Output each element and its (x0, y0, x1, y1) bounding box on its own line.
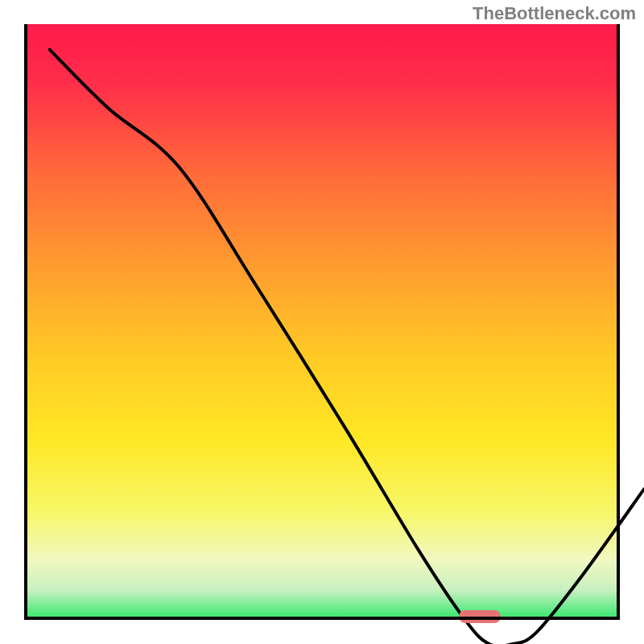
curve-layer (48, 48, 644, 644)
bottleneck-chart: TheBottleneck.com (0, 0, 644, 644)
y-axis-line (24, 24, 27, 620)
plot-area (24, 24, 620, 620)
x-axis-line (24, 617, 620, 620)
watermark-text: TheBottleneck.com (473, 3, 636, 24)
bottleneck-curve (48, 48, 644, 644)
right-axis-line (617, 24, 620, 620)
